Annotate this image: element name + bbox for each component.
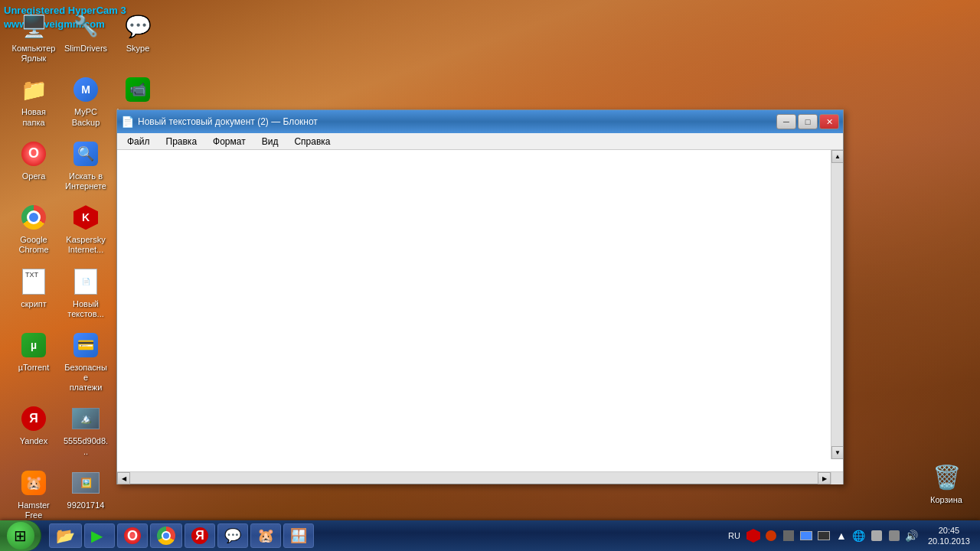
desktop-icon-skype[interactable]: 💬 Skype xyxy=(112,8,164,67)
menu-edit[interactable]: Правка xyxy=(160,135,204,148)
scroll-left-button[interactable]: ◀ xyxy=(117,472,130,484)
menu-help[interactable]: Справка xyxy=(288,135,336,148)
scroll-down-button[interactable]: ▼ xyxy=(831,446,843,459)
titlebar-icon: 📄 xyxy=(121,116,133,128)
taskbar-task-chrome[interactable] xyxy=(150,523,182,548)
minimize-button[interactable]: ─ xyxy=(776,114,796,129)
desktop-icon-opera-label: Opera xyxy=(22,171,46,181)
taskbar-task-explorer[interactable]: 📂 xyxy=(49,523,82,548)
system-tray: RU ▲ 🌐 🔊 xyxy=(721,520,980,551)
tray-arrow-icon[interactable]: ▲ xyxy=(834,528,849,543)
tray-unknown2-icon[interactable] xyxy=(887,528,902,543)
tray-record-icon[interactable] xyxy=(763,528,779,543)
desktop-icon-trash[interactable]: 🗑️ Корзина xyxy=(920,459,972,508)
desktop-icon-slimdriver[interactable]: 🔧 SlimDrivers xyxy=(60,8,112,67)
desktop-icon-kaspersky[interactable]: K KasperskyInternet... xyxy=(60,199,112,258)
desktop-icon-photo1-label: 5555d90d8... xyxy=(63,436,109,456)
tray-volume-icon[interactable]: 🔊 xyxy=(904,528,920,543)
tray-screen2-icon[interactable] xyxy=(816,528,831,543)
desktop-icon-search-label: Искать вИнтернете xyxy=(65,171,106,191)
menu-view[interactable]: Вид xyxy=(256,135,285,148)
kaspersky-icon: K xyxy=(70,202,101,233)
start-orb: ⊞ xyxy=(7,522,34,549)
desktop-icon-skype-label: Skype xyxy=(126,44,150,54)
desktop-icon-chrome[interactable]: GoogleChrome xyxy=(8,199,60,258)
tray-time: 20:45 xyxy=(939,525,960,536)
maximize-button[interactable]: □ xyxy=(798,114,818,129)
skype-taskbar-icon: 💬 xyxy=(224,527,241,544)
desktop-icon-utorrent[interactable]: µ µTorrent xyxy=(8,327,60,396)
scroll-right-button[interactable]: ▶ xyxy=(818,472,831,484)
opera-icon: O xyxy=(18,139,49,169)
desktop-icon-computer-label: КомпьютерЯрлык xyxy=(12,44,56,64)
desktop: Unregistered HyperCam 3 www.solveigmm.co… xyxy=(0,0,980,551)
yandex-taskbar-icon: Я xyxy=(191,527,208,544)
titlebar-left: 📄 Новый текстовый документ (2) — Блокнот xyxy=(121,116,318,128)
desktop-icon-trash-label: Корзина xyxy=(930,495,962,505)
desktop-icon-kaspersky-label: KasperskyInternet... xyxy=(66,235,105,255)
taskbar-task-windows[interactable]: 🪟 xyxy=(283,523,314,548)
desktop-icon-safepay[interactable]: 💳 Безопасныеплатежи xyxy=(60,327,112,396)
desktop-icon-opera[interactable]: O Opera xyxy=(8,135,60,194)
computer-icon: 🖥️ xyxy=(18,11,49,41)
newdoc-icon: 📄 xyxy=(70,266,101,297)
close-button[interactable]: ✕ xyxy=(819,114,839,129)
slimdriver-icon: 🔧 xyxy=(70,11,101,41)
taskbar: ⊞ 📂 ▶ O Я 💬 🐹 xyxy=(0,520,980,551)
taskbar-task-yandex[interactable]: Я xyxy=(185,523,215,548)
utorrent-icon: µ xyxy=(18,330,49,360)
photo2-icon: 🖼️ xyxy=(70,468,101,498)
desktop-icon-newfolder-label: Новая папка xyxy=(11,107,57,127)
tray-antivirus-icon[interactable] xyxy=(746,528,761,543)
trash-icon: 🗑️ xyxy=(931,462,962,493)
tray-stop-icon[interactable] xyxy=(781,528,796,543)
notepad-text-area[interactable] xyxy=(117,150,843,471)
scrollbar-bottom[interactable]: ◀ ▶ xyxy=(117,471,843,484)
tray-clock[interactable]: 20:45 20.10.2013 xyxy=(922,525,976,547)
desktop-icon-newfolder[interactable]: 📁 Новая папка xyxy=(8,71,60,130)
desktop-icon-photo1[interactable]: 🏔️ 5555d90d8... xyxy=(60,400,112,459)
desktop-icon-slimdriver-label: SlimDrivers xyxy=(64,44,107,54)
newfolder-icon: 📁 xyxy=(18,74,49,105)
desktop-icon-chrome-label: GoogleChrome xyxy=(18,235,48,255)
scrollbar-right[interactable]: ▲ ▼ xyxy=(831,150,843,459)
taskbar-task-media[interactable]: ▶ xyxy=(84,523,115,548)
tray-network-icon[interactable]: 🌐 xyxy=(851,528,867,543)
start-button[interactable]: ⊞ xyxy=(0,520,41,551)
tray-date: 20.10.2013 xyxy=(928,536,970,546)
desktop-icon-newdoc-label: Новыйтекстов... xyxy=(67,299,104,319)
notepad-window: 📄 Новый текстовый документ (2) — Блокнот… xyxy=(116,109,844,484)
desktop-icon-mypcbackup[interactable]: M MyPCBackup xyxy=(60,71,112,130)
tray-language[interactable]: RU xyxy=(725,530,743,542)
desktop-icon-photo2-label: 99201714 xyxy=(67,500,105,510)
taskbar-task-skype[interactable]: 💬 xyxy=(217,523,248,548)
desktop-icon-safepay-label: Безопасныеплатежи xyxy=(63,363,109,393)
menu-file[interactable]: Файл xyxy=(121,135,156,148)
tray-screen1-icon[interactable] xyxy=(799,528,814,543)
skype-icon: 💬 xyxy=(122,11,153,41)
chrome-icon xyxy=(18,202,49,233)
desktop-icon-utorrent-label: µTorrent xyxy=(18,363,50,373)
desktop-icon-computer[interactable]: 🖥️ КомпьютерЯрлык xyxy=(8,8,60,67)
window-titlebar[interactable]: 📄 Новый текстовый документ (2) — Блокнот… xyxy=(117,110,843,133)
windows-taskbar-icon: 🪟 xyxy=(290,527,307,544)
hamster-icon: 🐹 xyxy=(18,468,49,498)
scroll-htrack[interactable] xyxy=(130,472,818,484)
mypcbackup-icon: M xyxy=(70,74,101,105)
scroll-up-button[interactable]: ▲ xyxy=(831,150,843,163)
taskbar-task-hamster[interactable]: 🐹 xyxy=(250,523,281,548)
tray-unknown1-icon[interactable] xyxy=(869,528,884,543)
desktop-icon-script-label: скрипт xyxy=(21,299,47,309)
explorer-icon: 📂 xyxy=(56,527,75,545)
yandex-icon: Я xyxy=(18,403,49,434)
desktop-icon-search[interactable]: 🔍 Искать вИнтернете xyxy=(60,135,112,194)
desktop-icon-yandex[interactable]: Я Yandex xyxy=(8,400,60,459)
chrome-taskbar-icon xyxy=(157,527,175,545)
taskbar-task-opera[interactable]: O xyxy=(117,523,148,548)
desktop-icon-script[interactable]: TXT скрипт xyxy=(8,263,60,322)
menu-format[interactable]: Формат xyxy=(207,135,252,148)
desktop-icon-newdoc[interactable]: 📄 Новыйтекстов... xyxy=(60,263,112,322)
window-title: Новый текстовый документ (2) — Блокнот xyxy=(138,116,318,127)
window-content: ▲ ▼ xyxy=(117,150,843,471)
scroll-track[interactable] xyxy=(831,163,843,446)
